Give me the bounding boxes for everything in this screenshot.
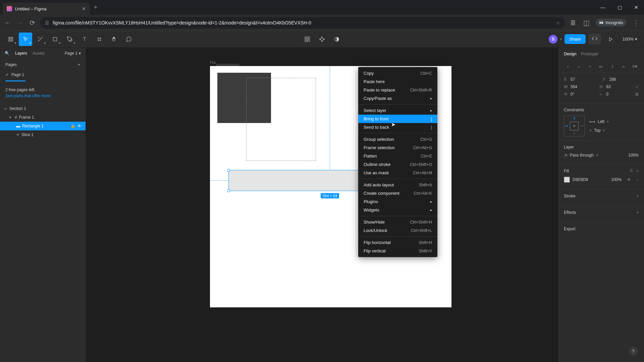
incognito-badge[interactable]: 🕶 Incognito (596, 19, 627, 26)
ctx-bring-to-front[interactable]: Bring to front] (358, 115, 437, 123)
forward-button[interactable]: → (16, 19, 24, 26)
ctx-create-component[interactable]: Create componentCtrl+Alt+K (358, 189, 437, 197)
search-icon[interactable]: 🔍 (5, 51, 10, 56)
ctx-send-to-back[interactable]: Send to back[ (358, 123, 437, 131)
fill-opacity[interactable]: 100% (611, 177, 622, 182)
fill-styles-icon[interactable]: ⠿ (630, 169, 633, 173)
tab-prototype[interactable]: Prototype (581, 52, 598, 56)
layer-slice[interactable]: ✧Slice 1 (0, 130, 86, 139)
resize-handle-tl[interactable] (227, 169, 230, 172)
resize-handle-bl[interactable] (227, 189, 230, 192)
move-tool[interactable] (19, 33, 32, 46)
ctx-paste-here[interactable]: Paste here (358, 77, 437, 86)
ctx-use-as-mask[interactable]: Use as maskCtrl+Alt+M (358, 169, 437, 177)
tab-assets[interactable]: Assets (33, 51, 45, 56)
blend-mode-icon[interactable]: ◔ (564, 153, 567, 158)
site-info-icon[interactable]: ☰ (45, 20, 49, 25)
ctx-show-hide[interactable]: Show/HideCtrl+Shift+H (358, 218, 437, 226)
tab-design[interactable]: Design (564, 52, 576, 56)
text-tool[interactable] (78, 33, 91, 46)
dev-mode-button[interactable] (588, 34, 601, 45)
frame-tool[interactable] (34, 33, 47, 46)
new-tab-button[interactable]: + (94, 4, 98, 11)
y-field[interactable]: Y288 (603, 77, 639, 82)
lock-icon[interactable]: 🔓 (70, 124, 75, 128)
reading-list-icon[interactable]: ≣ (569, 19, 577, 27)
create-component-icon[interactable] (315, 33, 329, 46)
blend-mode-select[interactable]: Pass through (570, 153, 594, 158)
align-left-icon[interactable]: ⫞ (562, 62, 573, 71)
ctx-plugins[interactable]: Plugins (358, 197, 437, 206)
minimize-button[interactable]: ― (598, 5, 608, 10)
maximize-button[interactable]: ▢ (614, 5, 625, 10)
align-top-icon[interactable]: ⫢ (596, 62, 606, 71)
align-bottom-icon[interactable]: ⫨ (618, 62, 629, 71)
tab-layers[interactable]: Layers (15, 51, 27, 56)
add-page-button[interactable]: + (78, 62, 80, 67)
layer-frame[interactable]: ▾#Frame 1 (0, 113, 86, 122)
constraint-horizontal[interactable]: ⟷Left ▾ (589, 119, 609, 124)
comment-tool[interactable] (122, 33, 136, 46)
side-panel-icon[interactable]: ◫ (582, 19, 590, 27)
align-vcenter-icon[interactable]: ⫲ (607, 62, 618, 71)
ctx-lock-unlock[interactable]: Lock/UnlockCtrl+Shift+L (358, 226, 437, 235)
add-fill-button[interactable]: + (636, 169, 639, 173)
help-button[interactable]: ? (629, 347, 638, 356)
pen-tool[interactable] (63, 33, 76, 46)
ctx-copy-paste-as[interactable]: Copy/Paste as (358, 94, 437, 103)
ctx-widgets[interactable]: Widgets (358, 206, 437, 214)
ctx-select-layer[interactable]: Select layer (358, 106, 437, 115)
ctx-flip-horizontal[interactable]: Flip horizontalShift+H (358, 238, 437, 247)
rotation-field[interactable]: ⟲0° (564, 92, 597, 97)
ctx-group-selection[interactable]: Group selectionCtrl+G (358, 135, 437, 143)
bookmark-icon[interactable]: ☆ (556, 20, 560, 25)
see-plans-link[interactable]: See plans that offer more (5, 94, 51, 98)
address-bar[interactable]: ☰ figma.com/file/nMSTY1OKvvXSMLY18HsH41/… (40, 17, 565, 28)
user-avatar[interactable]: S (549, 35, 557, 44)
shape-tool[interactable] (48, 33, 62, 46)
align-right-icon[interactable]: ⫟ (585, 62, 595, 71)
width-field[interactable]: W564 (564, 84, 597, 89)
present-button[interactable] (604, 33, 617, 46)
layer-section[interactable]: ▭Section 1 (0, 104, 86, 113)
ctx-flatten[interactable]: FlattenCtrl+E (358, 152, 437, 160)
edit-object-icon[interactable] (301, 33, 314, 46)
ctx-copy[interactable]: CopyCtrl+C (358, 69, 437, 77)
remove-fill-button[interactable]: − (636, 177, 639, 182)
add-stroke-button[interactable]: + (636, 194, 639, 198)
ctx-add-auto-layout[interactable]: Add auto layoutShift+A (358, 181, 437, 189)
back-button[interactable]: ← (4, 19, 12, 26)
independent-corners-icon[interactable]: ⊞ (635, 92, 639, 97)
page-item[interactable]: Page 1 (0, 70, 86, 79)
share-button[interactable]: Share (565, 34, 586, 44)
height-field[interactable]: H63 (600, 84, 633, 89)
canvas-dashed-rectangle[interactable] (246, 78, 316, 161)
mask-icon[interactable] (330, 33, 343, 46)
constrain-proportions-icon[interactable]: ⤢ (635, 84, 639, 89)
close-tab-icon[interactable]: ✕ (82, 6, 86, 11)
browser-menu-icon[interactable]: ⋮ (632, 19, 640, 27)
ctx-outline-stroke[interactable]: Outline strokeCtrl+Shift+O (358, 160, 437, 169)
align-hcenter-icon[interactable]: ⫠ (574, 62, 584, 71)
fill-visibility-icon[interactable]: 👁 (627, 177, 631, 182)
opacity-field[interactable]: 100% (628, 153, 639, 158)
ctx-paste-to-replace[interactable]: Paste to replaceCtrl+Shift+R (358, 86, 437, 94)
ctx-flip-vertical[interactable]: Flip verticalShift+V (358, 247, 437, 255)
x-field[interactable]: X57 (564, 77, 600, 82)
main-menu[interactable] (4, 33, 17, 46)
constraints-widget[interactable]: + (564, 116, 585, 136)
fill-swatch[interactable] (564, 177, 570, 183)
browser-tab[interactable]: Untitled – Figma ✕ (3, 3, 90, 15)
page-dropdown[interactable]: Page 1 ▾ (65, 51, 81, 56)
close-window-button[interactable]: ✕ (631, 5, 641, 10)
corner-radius-field[interactable]: ⌐0 (600, 92, 633, 97)
layer-rectangle[interactable]: ▬Rectangle 1 🔓👁 (0, 122, 86, 130)
visibility-icon[interactable]: 👁 (77, 124, 82, 128)
distribute-icon[interactable]: ≡▾ (630, 62, 640, 71)
reload-button[interactable]: ⟳ (28, 19, 36, 27)
hand-tool[interactable] (107, 33, 121, 46)
avatar-chevron-icon[interactable]: ▾ (560, 37, 562, 41)
resources-tool[interactable] (93, 33, 106, 46)
zoom-dropdown[interactable]: 100%▾ (620, 37, 640, 42)
frame-label[interactable]: Fra (210, 60, 216, 64)
